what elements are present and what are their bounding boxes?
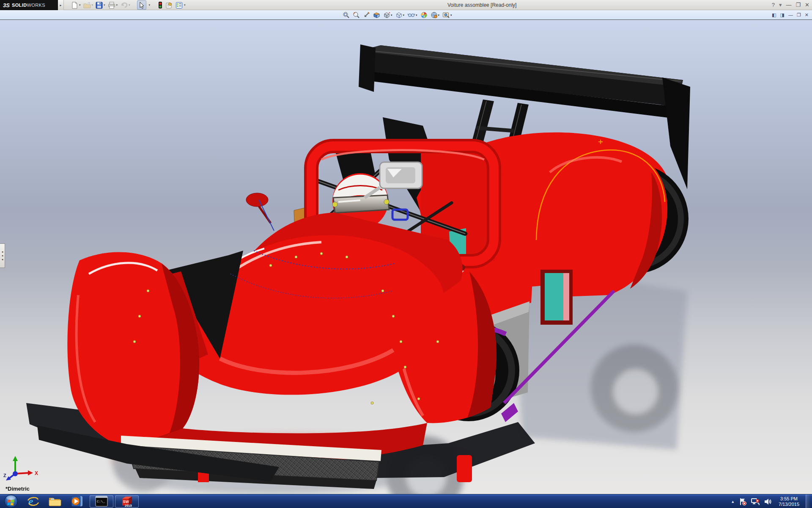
- feature-panel-splitter[interactable]: ◂ ◂ ◂: [0, 243, 5, 268]
- save-button[interactable]: ▾: [95, 0, 106, 10]
- rebuild-stoplight-button[interactable]: [157, 0, 164, 10]
- file-properties-button[interactable]: [165, 0, 174, 10]
- graphics-viewport[interactable]: ◂ ◂ ◂ X Z *Dimetric: [0, 20, 812, 494]
- edit-appearance-button[interactable]: [420, 11, 428, 19]
- taskbar-windows-explorer[interactable]: [44, 494, 66, 508]
- close-button[interactable]: ✕: [805, 0, 809, 10]
- print-button[interactable]: ▾: [107, 0, 119, 10]
- splitter-arrow-icon: ◂: [2, 254, 3, 257]
- splitter-arrow-icon: ◂: [2, 258, 3, 261]
- display-style-caret[interactable]: ▾: [403, 14, 405, 17]
- collapse-right-button[interactable]: ◨: [780, 11, 785, 19]
- help-caret[interactable]: ▾: [779, 0, 782, 10]
- file-properties-icon: [165, 2, 173, 9]
- logo-3ds-icon: 3S: [3, 2, 10, 8]
- view-settings-icon: [442, 11, 450, 19]
- section-view-icon: [373, 11, 380, 19]
- apply-scene-caret[interactable]: ▾: [438, 14, 440, 17]
- taskbar-media-player[interactable]: [66, 494, 88, 508]
- solidworks-logo: 3S SOLIDWORKS: [0, 0, 58, 10]
- zoom-to-fit-button[interactable]: [342, 11, 351, 19]
- zoom-to-area-button[interactable]: [352, 11, 361, 19]
- desktop-screen: 3S SOLIDWORKS ▸ ▾ ▾ ▾ ▾ ▾: [0, 0, 812, 508]
- select-options-caret[interactable]: ▾: [147, 0, 151, 10]
- action-center-flag-icon[interactable]: [738, 497, 747, 506]
- svg-text:SW: SW: [123, 500, 129, 504]
- hide-show-items-button[interactable]: ▾: [406, 11, 418, 19]
- left-side-mirror[interactable]: [246, 193, 271, 223]
- taskbar-solidworks[interactable]: SW 2015: [115, 495, 139, 508]
- taskbar-internet-explorer[interactable]: e: [22, 494, 44, 508]
- view-settings-caret[interactable]: ▾: [450, 14, 452, 17]
- print-caret[interactable]: ▾: [116, 3, 118, 7]
- previous-view-button[interactable]: [362, 11, 371, 19]
- doc-minimize-button[interactable]: —: [788, 11, 793, 19]
- solidworks-2015-icon: SW 2015: [121, 495, 133, 508]
- apply-scene-button[interactable]: ▾: [430, 11, 441, 19]
- options-checklist-button[interactable]: ▾: [175, 0, 187, 10]
- volume-icon[interactable]: [764, 497, 772, 506]
- triad-x-label: X: [35, 470, 38, 476]
- view-toolbar: ▾ ▾ ▾ ▾ ▾: [342, 11, 453, 19]
- options-caret[interactable]: ▾: [184, 3, 186, 7]
- new-document-icon: [71, 2, 78, 9]
- restore-button[interactable]: ❐: [796, 0, 801, 10]
- undo-caret[interactable]: ▾: [129, 3, 130, 7]
- start-button[interactable]: [0, 494, 22, 508]
- wing-endplate-right[interactable]: [662, 77, 690, 189]
- minimize-button[interactable]: —: [786, 0, 791, 10]
- stoplight-icon: [158, 1, 163, 9]
- media-player-icon: [70, 495, 84, 508]
- apply-scene-icon: [431, 11, 438, 19]
- display-style-button[interactable]: ▾: [395, 11, 406, 19]
- select-button[interactable]: [137, 0, 146, 10]
- document-window-controls: ◧ ◨ — ❐ ✕: [772, 11, 809, 19]
- doc-close-button[interactable]: ✕: [805, 11, 809, 19]
- show-hidden-icons-button[interactable]: ▲: [731, 500, 735, 504]
- system-tray: ▲ 3:55 PM 7/13/2015: [731, 494, 812, 508]
- clock-date: 7/13/2015: [779, 502, 799, 507]
- network-status-icon[interactable]: [751, 497, 760, 506]
- undo-button[interactable]: ▾: [119, 0, 131, 10]
- show-desktop-button[interactable]: [806, 494, 810, 508]
- body-support-post: [457, 455, 472, 482]
- view-settings-button[interactable]: ▾: [442, 11, 453, 19]
- folder-icon: [48, 495, 62, 507]
- side-window-teal: [545, 273, 563, 320]
- open-caret[interactable]: ▾: [92, 3, 93, 7]
- collapse-left-button[interactable]: ◧: [772, 11, 776, 19]
- view-orientation-label: *Dimetric: [5, 486, 30, 492]
- save-caret[interactable]: ▾: [104, 3, 105, 7]
- taskbar-clock[interactable]: 3:55 PM 7/13/2015: [776, 496, 802, 507]
- view-orientation-button[interactable]: ▾: [382, 11, 393, 19]
- internet-explorer-icon: e: [27, 495, 39, 508]
- options-checklist-icon: [176, 2, 183, 9]
- new-document-button[interactable]: ▾: [70, 0, 82, 10]
- doc-restore-button[interactable]: ❐: [797, 11, 801, 19]
- front-body[interactable]: [67, 213, 462, 462]
- taskbar-command-prompt[interactable]: C:\_: [90, 495, 113, 508]
- display-style-icon: [395, 11, 403, 19]
- undo-arrow-icon: [120, 2, 128, 9]
- windows-start-icon: [4, 494, 18, 508]
- toolbar-flyout-arrow[interactable]: ▸: [58, 0, 64, 10]
- zoom-to-fit-icon: [343, 11, 350, 19]
- hide-show-caret[interactable]: ▾: [416, 14, 417, 17]
- previous-view-icon: [363, 11, 370, 19]
- save-floppy-icon: [96, 2, 103, 9]
- window-controls: ? ▾ — ❐ ✕: [772, 0, 809, 10]
- print-icon: [108, 2, 115, 9]
- splitter-arrow-icon: ◂: [2, 251, 3, 253]
- logo-brand-light: WORKS: [27, 3, 46, 8]
- help-button[interactable]: ?: [772, 0, 775, 10]
- cmd-prompt-text: C:\_: [97, 500, 105, 503]
- wing-endplate-left[interactable]: [359, 44, 376, 92]
- section-view-button[interactable]: [372, 11, 381, 19]
- open-document-button[interactable]: ▾: [82, 0, 94, 10]
- new-caret[interactable]: ▾: [79, 3, 81, 7]
- command-prompt-icon: C:\_: [95, 496, 108, 507]
- sw-year-badge: 2015: [125, 504, 132, 508]
- view-orientation-caret[interactable]: ▾: [391, 14, 392, 17]
- car-3d-render[interactable]: [0, 20, 812, 494]
- zoom-to-area-icon: [353, 11, 360, 19]
